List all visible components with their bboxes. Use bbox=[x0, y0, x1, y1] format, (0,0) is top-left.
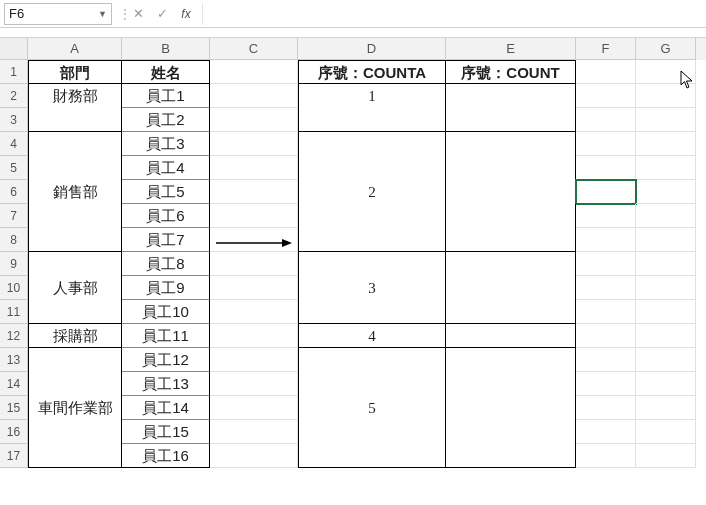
cell-G7[interactable] bbox=[636, 204, 696, 228]
cell-G2[interactable] bbox=[636, 84, 696, 108]
col-header-E[interactable]: E bbox=[446, 38, 576, 60]
cell-B1[interactable]: 姓名 bbox=[122, 60, 210, 84]
row-header-10[interactable]: 10 bbox=[0, 276, 28, 300]
cell-D6[interactable]: 2 bbox=[298, 180, 446, 204]
cell-D12[interactable]: 4 bbox=[298, 324, 446, 348]
cell-E2[interactable] bbox=[446, 84, 576, 108]
cell-G3[interactable] bbox=[636, 108, 696, 132]
col-header-D[interactable]: D bbox=[298, 38, 446, 60]
row-header-4[interactable]: 4 bbox=[0, 132, 28, 156]
cell-F17[interactable] bbox=[576, 444, 636, 468]
cell-C3[interactable] bbox=[210, 108, 298, 132]
cell-A9[interactable] bbox=[28, 252, 122, 276]
cell-F13[interactable] bbox=[576, 348, 636, 372]
name-box[interactable]: F6 ▼ bbox=[4, 3, 112, 25]
col-header-C[interactable]: C bbox=[210, 38, 298, 60]
cell-D9[interactable] bbox=[298, 252, 446, 276]
cell-G17[interactable] bbox=[636, 444, 696, 468]
cell-D8[interactable] bbox=[298, 228, 446, 252]
cell-C14[interactable] bbox=[210, 372, 298, 396]
cell-B11[interactable]: 員工10 bbox=[122, 300, 210, 324]
select-all-corner[interactable] bbox=[0, 38, 28, 60]
cell-B17[interactable]: 員工16 bbox=[122, 444, 210, 468]
cell-F16[interactable] bbox=[576, 420, 636, 444]
cell-D3[interactable] bbox=[298, 108, 446, 132]
cell-B7[interactable]: 員工6 bbox=[122, 204, 210, 228]
cell-F5[interactable] bbox=[576, 156, 636, 180]
row-header-11[interactable]: 11 bbox=[0, 300, 28, 324]
row-header-8[interactable]: 8 bbox=[0, 228, 28, 252]
cancel-icon[interactable]: ✕ bbox=[126, 3, 150, 25]
row-header-15[interactable]: 15 bbox=[0, 396, 28, 420]
cell-B16[interactable]: 員工15 bbox=[122, 420, 210, 444]
fx-icon[interactable]: fx bbox=[174, 3, 198, 25]
cell-C5[interactable] bbox=[210, 156, 298, 180]
enter-icon[interactable]: ✓ bbox=[150, 3, 174, 25]
cell-A17[interactable] bbox=[28, 444, 122, 468]
cell-B4[interactable]: 員工3 bbox=[122, 132, 210, 156]
cell-B8[interactable]: 員工7 bbox=[122, 228, 210, 252]
cell-F6[interactable] bbox=[576, 180, 636, 204]
cell-C15[interactable] bbox=[210, 396, 298, 420]
row-header-9[interactable]: 9 bbox=[0, 252, 28, 276]
cell-C10[interactable] bbox=[210, 276, 298, 300]
cell-D4[interactable] bbox=[298, 132, 446, 156]
cell-A15[interactable]: 車間作業部 bbox=[28, 396, 122, 420]
cell-E10[interactable] bbox=[446, 276, 576, 300]
cell-A6[interactable]: 銷售部 bbox=[28, 180, 122, 204]
cell-A14[interactable] bbox=[28, 372, 122, 396]
cell-A4[interactable] bbox=[28, 132, 122, 156]
cell-C9[interactable] bbox=[210, 252, 298, 276]
row-header-7[interactable]: 7 bbox=[0, 204, 28, 228]
cell-D7[interactable] bbox=[298, 204, 446, 228]
cell-D1[interactable]: 序號：COUNTA bbox=[298, 60, 446, 84]
cell-D15[interactable]: 5 bbox=[298, 396, 446, 420]
cell-G5[interactable] bbox=[636, 156, 696, 180]
row-header-5[interactable]: 5 bbox=[0, 156, 28, 180]
cell-E3[interactable] bbox=[446, 108, 576, 132]
cell-F1[interactable] bbox=[576, 60, 636, 84]
row-header-17[interactable]: 17 bbox=[0, 444, 28, 468]
cell-A16[interactable] bbox=[28, 420, 122, 444]
cell-C1[interactable] bbox=[210, 60, 298, 84]
cell-F11[interactable] bbox=[576, 300, 636, 324]
row-header-13[interactable]: 13 bbox=[0, 348, 28, 372]
cell-E5[interactable] bbox=[446, 156, 576, 180]
cell-E14[interactable] bbox=[446, 372, 576, 396]
cell-B15[interactable]: 員工14 bbox=[122, 396, 210, 420]
cell-C7[interactable] bbox=[210, 204, 298, 228]
cell-B3[interactable]: 員工2 bbox=[122, 108, 210, 132]
cell-D14[interactable] bbox=[298, 372, 446, 396]
cell-C6[interactable] bbox=[210, 180, 298, 204]
cell-G4[interactable] bbox=[636, 132, 696, 156]
cell-F4[interactable] bbox=[576, 132, 636, 156]
row-header-3[interactable]: 3 bbox=[0, 108, 28, 132]
cell-A12[interactable]: 採購部 bbox=[28, 324, 122, 348]
cell-D11[interactable] bbox=[298, 300, 446, 324]
cell-G10[interactable] bbox=[636, 276, 696, 300]
cell-C2[interactable] bbox=[210, 84, 298, 108]
cell-F14[interactable] bbox=[576, 372, 636, 396]
row-header-6[interactable]: 6 bbox=[0, 180, 28, 204]
cell-D13[interactable] bbox=[298, 348, 446, 372]
cell-D10[interactable]: 3 bbox=[298, 276, 446, 300]
cell-G9[interactable] bbox=[636, 252, 696, 276]
cell-E17[interactable] bbox=[446, 444, 576, 468]
formula-input[interactable] bbox=[202, 3, 706, 25]
cell-C11[interactable] bbox=[210, 300, 298, 324]
cell-D16[interactable] bbox=[298, 420, 446, 444]
cell-A8[interactable] bbox=[28, 228, 122, 252]
cell-F12[interactable] bbox=[576, 324, 636, 348]
cell-B2[interactable]: 員工1 bbox=[122, 84, 210, 108]
cell-E16[interactable] bbox=[446, 420, 576, 444]
cell-A11[interactable] bbox=[28, 300, 122, 324]
row-header-12[interactable]: 12 bbox=[0, 324, 28, 348]
cell-E4[interactable] bbox=[446, 132, 576, 156]
col-header-B[interactable]: B bbox=[122, 38, 210, 60]
cell-C17[interactable] bbox=[210, 444, 298, 468]
cell-C16[interactable] bbox=[210, 420, 298, 444]
cell-F8[interactable] bbox=[576, 228, 636, 252]
cell-F7[interactable] bbox=[576, 204, 636, 228]
cell-A5[interactable] bbox=[28, 156, 122, 180]
cell-B6[interactable]: 員工5 bbox=[122, 180, 210, 204]
